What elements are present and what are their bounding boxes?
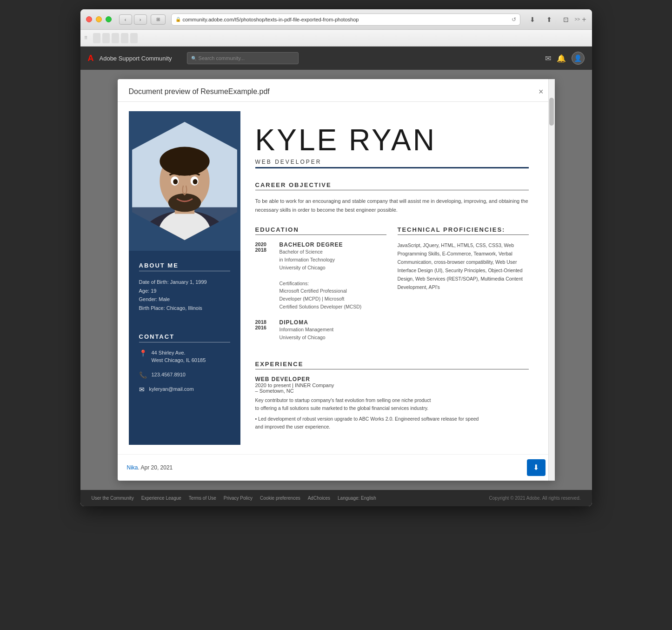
modal-footer: Nika. Apr 20, 2021 ⬇: [118, 454, 555, 481]
about-me-section: ABOUT ME Date of Birth: January 1, 1999 …: [129, 251, 240, 324]
tech-column: TECHNICAL PROFICIENCIES: JavaScript, JQu…: [398, 226, 529, 349]
toolbar-tab-3: [112, 33, 119, 43]
browser-toolbar: ⠿: [80, 30, 592, 47]
footer-link-privacy[interactable]: Privacy Policy: [224, 496, 253, 501]
exp-bullet-1: • Led development of robust version upgr…: [255, 415, 529, 431]
bell-icon[interactable]: 🔔: [557, 54, 566, 63]
mac-browser-window: ‹ › ⊞ 🔒 community.adobe.com/t5/photoshop…: [80, 9, 592, 506]
reload-button[interactable]: ↺: [512, 16, 516, 23]
footer-link-cookies[interactable]: Cookie preferences: [260, 496, 300, 501]
about-me-heading: ABOUT ME: [139, 262, 230, 271]
svg-point-7: [160, 147, 209, 176]
contact-section: CONTACT 📍 44 Shirley Ave. West Chicago, …: [129, 324, 240, 409]
about-age: Age: 19: [139, 287, 230, 295]
maximize-window-button[interactable]: [106, 16, 112, 22]
title-underline: [255, 167, 529, 168]
contact-address: 44 Shirley Ave. West Chicago, IL 60185: [152, 349, 206, 364]
traffic-lights: [86, 16, 112, 22]
about-me-text: Date of Birth: January 1, 1999 Age: 19 G…: [139, 278, 230, 313]
footer-link-community[interactable]: User the Community: [92, 496, 134, 501]
back-button[interactable]: ‹: [119, 14, 132, 25]
footer-links: User the Community Experience League Ter…: [92, 496, 376, 501]
contact-heading: CONTACT: [139, 333, 230, 342]
new-tab-button[interactable]: +: [582, 15, 586, 24]
modal-body: ABOUT ME Date of Birth: January 1, 1999 …: [118, 102, 555, 454]
address-bar[interactable]: 🔒 community.adobe.com/t5/photoshop/texts…: [171, 13, 521, 26]
edu-details-1: BACHELOR DEGREE Bachelor of Sciencein In…: [279, 241, 362, 310]
experience-heading: EXPERIENCE: [255, 361, 529, 369]
footer-copyright: Copyright © 2021 Adobe. All rights reser…: [489, 496, 581, 501]
footer-link-language[interactable]: Language: English: [338, 496, 376, 501]
poster-name[interactable]: Nika: [127, 464, 138, 471]
modal-title: Document preview of ResumeExample.pdf: [129, 87, 270, 96]
resume-left-panel: ABOUT ME Date of Birth: January 1, 1999 …: [129, 111, 240, 445]
share-toolbar-button[interactable]: ⬆: [543, 13, 556, 26]
edu-degree-2: DIPLOMA: [279, 319, 334, 326]
url-text: community.adobe.com/t5/photoshop/texts-i…: [183, 17, 510, 22]
about-gender: Gender: Male: [139, 295, 230, 304]
contact-email-item: ✉ kyleryan@mail.com: [139, 385, 230, 393]
exp-job-title: WEB DEVELOPER: [255, 376, 529, 382]
tab-view-button[interactable]: ⊞: [151, 14, 166, 25]
photo-area: [129, 111, 240, 251]
download-toolbar-button[interactable]: ⬇: [526, 13, 539, 26]
tech-heading: TECHNICAL PROFICIENCIES:: [398, 226, 529, 235]
contact-phone-item: 📞 123.4567.8910: [139, 371, 230, 379]
toolbar-dots: ⠿: [84, 35, 87, 40]
modal-scrollbar[interactable]: [548, 79, 555, 481]
career-objective-heading: CAREER OBJECTIVE: [255, 181, 529, 190]
about-birthplace: Birth Place: Chicago, Illinois: [139, 304, 230, 313]
adobe-search-bar[interactable]: 🔍 Search community...: [187, 52, 299, 64]
email-icon: ✉: [139, 386, 145, 393]
phone-icon: 📞: [139, 371, 147, 379]
education-heading: EDUCATION: [255, 226, 386, 235]
svg-point-8: [168, 194, 201, 212]
forward-button[interactable]: ›: [134, 14, 147, 25]
contact-email: kyleryan@mail.com: [149, 385, 194, 393]
footer-link-terms[interactable]: Terms of Use: [189, 496, 216, 501]
about-dob: Date of Birth: January 1, 1999: [139, 278, 230, 287]
resume-right-panel: KYLE RYAN WEB DEVELOPER CAREER OBJECTIVE…: [240, 111, 544, 445]
svg-point-12: [193, 179, 197, 184]
exp-meta: 2020 to present | INNER Company– Sometow…: [255, 382, 529, 394]
toolbar-tab-2: [102, 33, 110, 43]
edu-year-1: 20202018: [255, 241, 273, 310]
profile-photo: [129, 111, 240, 251]
scroll-thumb[interactable]: [549, 98, 554, 126]
edu-details-2: DIPLOMA Information ManagementUniversity…: [279, 319, 334, 342]
exp-summary: Key contributor to startup company's fas…: [255, 396, 529, 412]
poster-info: Nika. Apr 20, 2021: [127, 464, 173, 471]
candidate-name: KYLE RYAN: [255, 125, 529, 155]
download-button[interactable]: ⬇: [527, 459, 546, 476]
education-column: EDUCATION 20202018 BACHELOR DEGREE Bache…: [255, 226, 386, 349]
expand-toolbar-button[interactable]: ⊡: [559, 13, 572, 26]
education-entry-diploma: 20182016 DIPLOMA Information ManagementU…: [255, 319, 386, 342]
search-placeholder: Search community...: [199, 55, 245, 61]
preview-modal: Document preview of ResumeExample.pdf ×: [118, 79, 555, 481]
modal-close-button[interactable]: ×: [539, 87, 544, 96]
svg-point-11: [173, 179, 178, 184]
lock-icon: 🔒: [175, 17, 181, 22]
edu-degree-1: BACHELOR DEGREE: [279, 241, 362, 248]
toolbar-tab-1: [93, 33, 100, 43]
contact-phone: 123.4567.8910: [152, 371, 186, 379]
post-date: Apr 20, 2021: [141, 464, 173, 471]
location-icon: 📍: [139, 349, 147, 357]
site-footer: User the Community Experience League Ter…: [80, 490, 592, 506]
close-window-button[interactable]: [86, 16, 92, 22]
contact-address-item: 📍 44 Shirley Ave. West Chicago, IL 60185: [139, 349, 230, 364]
title-bar: ‹ › ⊞ 🔒 community.adobe.com/t5/photoshop…: [80, 9, 592, 30]
edu-year-2: 20182016: [255, 319, 273, 342]
minimize-window-button[interactable]: [96, 16, 102, 22]
footer-link-experience[interactable]: Experience League: [141, 496, 181, 501]
footer-link-adchoices[interactable]: AdChoices: [308, 496, 330, 501]
modal-backdrop: Document preview of ResumeExample.pdf ×: [80, 70, 592, 490]
toolbar-tab-4: [121, 33, 128, 43]
experience-section: EXPERIENCE WEB DEVELOPER 2020 to present…: [255, 361, 529, 430]
edu-desc-1: Bachelor of Sciencein Information Techno…: [279, 248, 362, 310]
education-tech-columns: EDUCATION 20202018 BACHELOR DEGREE Bache…: [255, 226, 529, 349]
window-expand-button[interactable]: >>: [574, 17, 580, 22]
education-entry-bachelor: 20202018 BACHELOR DEGREE Bachelor of Sci…: [255, 241, 386, 310]
user-avatar[interactable]: 👤: [572, 52, 585, 65]
notification-icon[interactable]: ✉: [545, 54, 551, 63]
